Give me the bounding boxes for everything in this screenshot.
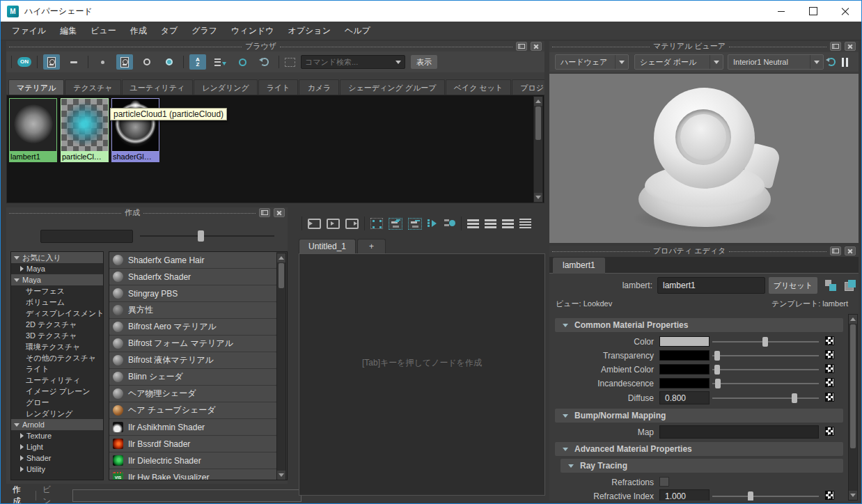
show-button[interactable]: 表示 <box>411 55 437 69</box>
menu-help[interactable]: ヘルプ <box>338 22 377 40</box>
node-item[interactable]: Blinn シェーダ <box>109 369 276 385</box>
incandescence-slider[interactable] <box>712 378 819 389</box>
category-image-planes[interactable]: イメージ プレーン <box>11 386 103 397</box>
scroll-up-icon[interactable] <box>277 253 285 262</box>
dropdown-arrow-icon[interactable] <box>615 55 628 69</box>
map-checker-button[interactable] <box>825 378 834 387</box>
transparency-slider[interactable] <box>712 350 819 361</box>
node-item[interactable]: ヘア チューブシェーダ <box>109 402 276 418</box>
copy-tab-icon[interactable] <box>845 280 856 291</box>
category-lights[interactable]: ライト <box>11 363 103 375</box>
graph-output-connections-icon[interactable] <box>345 219 359 229</box>
map-checker-button[interactable] <box>825 350 834 359</box>
map-checker-button[interactable] <box>825 393 834 402</box>
category-3d-textures[interactable]: 3D テクスチャ <box>11 330 103 341</box>
category-favorites-maya[interactable]: Maya <box>11 263 103 274</box>
tab-bins[interactable]: ビン <box>36 484 66 504</box>
create-filter-input[interactable] <box>40 230 133 243</box>
minimize-button[interactable] <box>765 1 797 22</box>
align-left-icon[interactable] <box>467 219 479 228</box>
menu-tabs[interactable]: タブ <box>154 22 185 40</box>
close-panel-icon[interactable] <box>845 246 856 255</box>
node-item[interactable]: Shaderfx Game Hair <box>109 252 276 268</box>
graph-input-connections-icon[interactable] <box>308 219 321 229</box>
lambert1-swatch-image[interactable] <box>9 98 57 152</box>
node-item[interactable]: ヘア物理シェーダ <box>109 386 276 402</box>
map-checker-button[interactable] <box>825 336 834 345</box>
node-item[interactable]: Bifrost 液体マテリアル <box>109 352 276 368</box>
refresh-swatches-button[interactable] <box>256 54 273 70</box>
map-checker-button[interactable] <box>825 427 834 436</box>
new-graph-tab-button[interactable]: + <box>357 239 386 253</box>
align-right-icon[interactable] <box>502 219 514 228</box>
scroll-down-icon[interactable] <box>849 491 857 500</box>
graph-input-output-connections-icon[interactable] <box>327 219 340 229</box>
material-viewport[interactable] <box>549 74 859 243</box>
category-arnold-utility[interactable]: Utility <box>11 464 103 475</box>
close-panel-icon[interactable] <box>845 42 856 51</box>
swatch-tile-lambert1[interactable]: lambert1 <box>9 98 57 162</box>
add-selected-to-graph-icon[interactable] <box>389 218 402 230</box>
tab-bake-sets[interactable]: ベイク セット <box>446 79 512 95</box>
scroll-down-icon[interactable] <box>534 193 542 202</box>
shader-glow-swatch-image[interactable] <box>111 98 159 152</box>
tab-utilities[interactable]: ユーティリティ <box>122 79 194 95</box>
property-scrollbar[interactable] <box>848 314 858 501</box>
category-utilities[interactable]: ユーティリティ <box>11 375 103 386</box>
rearrange-graph-icon[interactable] <box>428 219 439 228</box>
refractive-index-slider[interactable] <box>712 491 819 501</box>
diffuse-slider[interactable] <box>712 393 819 404</box>
undock-icon[interactable] <box>830 246 841 255</box>
tab-lights[interactable]: ライト <box>258 79 299 95</box>
menu-graph[interactable]: グラフ <box>185 22 224 40</box>
menu-create[interactable]: 作成 <box>123 22 154 40</box>
swatch-size-medium-button[interactable] <box>116 54 133 70</box>
sort-by-time-button[interactable] <box>234 54 251 70</box>
graph-tab-untitled[interactable]: Untitled_1 <box>299 239 356 253</box>
viewer-refresh-icon[interactable] <box>827 58 836 66</box>
sort-reverse-button[interactable] <box>212 54 228 70</box>
large-swatch-toggle-button[interactable] <box>43 54 60 70</box>
category-favorites[interactable]: お気に入り <box>11 252 103 263</box>
swatch-size-large-button[interactable] <box>139 54 155 70</box>
list-view-button[interactable] <box>65 54 82 70</box>
node-list-scrollbar[interactable] <box>276 253 286 480</box>
map-checker-button[interactable] <box>825 364 834 373</box>
tab-create[interactable]: 作成 <box>6 484 36 504</box>
material-name-field[interactable] <box>657 277 765 294</box>
swatch-render-on-button[interactable]: ON <box>17 57 31 67</box>
swatch-tile-particle-cloud[interactable]: particleCl… <box>61 98 109 162</box>
sort-alphabetical-button[interactable]: A Z <box>189 54 206 70</box>
node-item[interactable]: Ilr Dielectric Shader <box>109 452 276 468</box>
category-arnold-texture[interactable]: Texture <box>11 430 103 441</box>
tab-textures[interactable]: テクスチャ <box>65 79 120 95</box>
node-item[interactable]: VISIlr Hw Bake Visualizer <box>109 469 276 480</box>
swatch-size-xlarge-button[interactable] <box>161 54 178 70</box>
category-other-textures[interactable]: その他のテクスチャ <box>11 352 103 363</box>
category-volume[interactable]: ボリューム <box>11 297 103 308</box>
category-rendering[interactable]: レンダリング <box>11 408 103 419</box>
node-item[interactable]: Bifrost Aero マテリアル <box>109 319 276 335</box>
category-glow[interactable]: グロー <box>11 397 103 408</box>
scrollbar-thumb[interactable] <box>279 263 284 288</box>
diffuse-value-field[interactable]: 0.800 <box>659 391 710 404</box>
preset-button[interactable]: プリセット <box>769 277 817 294</box>
category-surface[interactable]: サーフェス <box>11 285 103 297</box>
particle-cloud-swatch-image[interactable] <box>61 98 109 152</box>
incandescence-swatch[interactable] <box>659 378 710 388</box>
dropdown-arrow-icon[interactable] <box>710 55 723 69</box>
command-search-input[interactable] <box>301 58 395 66</box>
marquee-select-icon[interactable] <box>285 58 295 67</box>
tab-materials[interactable]: マテリアル <box>8 79 64 95</box>
category-maya[interactable]: Maya <box>11 274 103 285</box>
tab-cameras[interactable]: カメラ <box>299 79 339 95</box>
menu-window[interactable]: ウィンドウ <box>224 22 281 40</box>
menu-options[interactable]: オプション <box>281 22 338 40</box>
remove-selected-from-graph-icon[interactable] <box>408 218 422 230</box>
viewer-pause-icon[interactable] <box>842 58 850 67</box>
swatch-size-small-button[interactable] <box>94 54 111 70</box>
category-displacement[interactable]: ディスプレイスメント <box>11 308 103 319</box>
node-item[interactable]: Bifrost フォーム マテリアル <box>109 336 276 352</box>
environment-dropdown[interactable]: Interior1 Neutral <box>728 54 824 70</box>
scroll-down-icon[interactable] <box>277 471 285 480</box>
